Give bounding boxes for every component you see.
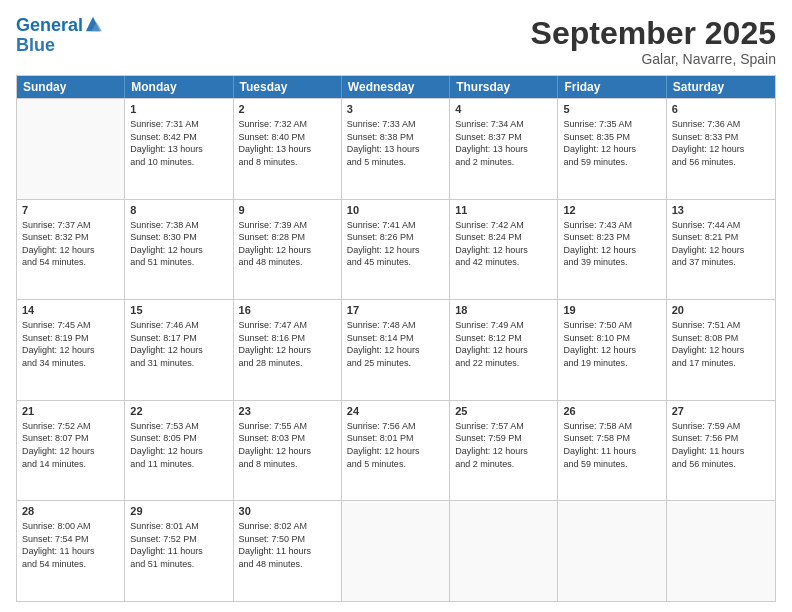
cell-info: Sunrise: 7:55 AM Sunset: 8:03 PM Dayligh… [239,420,336,470]
cell-w4-d5: 25Sunrise: 7:57 AM Sunset: 7:59 PM Dayli… [450,401,558,501]
cell-w3-d5: 18Sunrise: 7:49 AM Sunset: 8:12 PM Dayli… [450,300,558,400]
header-thursday: Thursday [450,76,558,98]
cell-w1-d1 [17,99,125,199]
day-number: 30 [239,504,336,519]
cell-w1-d2: 1Sunrise: 7:31 AM Sunset: 8:42 PM Daylig… [125,99,233,199]
calendar: Sunday Monday Tuesday Wednesday Thursday… [16,75,776,602]
day-number: 12 [563,203,660,218]
cell-info: Sunrise: 7:50 AM Sunset: 8:10 PM Dayligh… [563,319,660,369]
cell-info: Sunrise: 8:00 AM Sunset: 7:54 PM Dayligh… [22,520,119,570]
cell-info: Sunrise: 7:43 AM Sunset: 8:23 PM Dayligh… [563,219,660,269]
cell-w1-d7: 6Sunrise: 7:36 AM Sunset: 8:33 PM Daylig… [667,99,775,199]
day-number: 26 [563,404,660,419]
cell-info: Sunrise: 7:52 AM Sunset: 8:07 PM Dayligh… [22,420,119,470]
day-number: 6 [672,102,770,117]
cell-w2-d1: 7Sunrise: 7:37 AM Sunset: 8:32 PM Daylig… [17,200,125,300]
cell-info: Sunrise: 7:49 AM Sunset: 8:12 PM Dayligh… [455,319,552,369]
cell-w4-d6: 26Sunrise: 7:58 AM Sunset: 7:58 PM Dayli… [558,401,666,501]
cell-w5-d2: 29Sunrise: 8:01 AM Sunset: 7:52 PM Dayli… [125,501,233,601]
cell-info: Sunrise: 7:45 AM Sunset: 8:19 PM Dayligh… [22,319,119,369]
day-number: 13 [672,203,770,218]
cell-info: Sunrise: 7:53 AM Sunset: 8:05 PM Dayligh… [130,420,227,470]
day-number: 17 [347,303,444,318]
day-number: 11 [455,203,552,218]
cell-w2-d7: 13Sunrise: 7:44 AM Sunset: 8:21 PM Dayli… [667,200,775,300]
cell-info: Sunrise: 7:42 AM Sunset: 8:24 PM Dayligh… [455,219,552,269]
cell-w2-d4: 10Sunrise: 7:41 AM Sunset: 8:26 PM Dayli… [342,200,450,300]
week-row-5: 28Sunrise: 8:00 AM Sunset: 7:54 PM Dayli… [17,500,775,601]
cell-w2-d6: 12Sunrise: 7:43 AM Sunset: 8:23 PM Dayli… [558,200,666,300]
day-number: 22 [130,404,227,419]
cell-w4-d3: 23Sunrise: 7:55 AM Sunset: 8:03 PM Dayli… [234,401,342,501]
cell-w5-d4 [342,501,450,601]
cell-w3-d6: 19Sunrise: 7:50 AM Sunset: 8:10 PM Dayli… [558,300,666,400]
cell-info: Sunrise: 8:02 AM Sunset: 7:50 PM Dayligh… [239,520,336,570]
cell-w1-d3: 2Sunrise: 7:32 AM Sunset: 8:40 PM Daylig… [234,99,342,199]
cell-w5-d6 [558,501,666,601]
cell-w3-d1: 14Sunrise: 7:45 AM Sunset: 8:19 PM Dayli… [17,300,125,400]
cell-w3-d4: 17Sunrise: 7:48 AM Sunset: 8:14 PM Dayli… [342,300,450,400]
calendar-body: 1Sunrise: 7:31 AM Sunset: 8:42 PM Daylig… [17,98,775,601]
cell-info: Sunrise: 7:57 AM Sunset: 7:59 PM Dayligh… [455,420,552,470]
cell-w2-d3: 9Sunrise: 7:39 AM Sunset: 8:28 PM Daylig… [234,200,342,300]
logo: General Blue [16,16,102,56]
day-number: 21 [22,404,119,419]
week-row-3: 14Sunrise: 7:45 AM Sunset: 8:19 PM Dayli… [17,299,775,400]
cell-w4-d1: 21Sunrise: 7:52 AM Sunset: 8:07 PM Dayli… [17,401,125,501]
cell-info: Sunrise: 7:32 AM Sunset: 8:40 PM Dayligh… [239,118,336,168]
cell-info: Sunrise: 7:35 AM Sunset: 8:35 PM Dayligh… [563,118,660,168]
header-wednesday: Wednesday [342,76,450,98]
day-number: 4 [455,102,552,117]
day-number: 24 [347,404,444,419]
header-saturday: Saturday [667,76,775,98]
header-sunday: Sunday [17,76,125,98]
cell-w1-d6: 5Sunrise: 7:35 AM Sunset: 8:35 PM Daylig… [558,99,666,199]
day-number: 18 [455,303,552,318]
cell-info: Sunrise: 7:36 AM Sunset: 8:33 PM Dayligh… [672,118,770,168]
day-number: 20 [672,303,770,318]
subtitle: Galar, Navarre, Spain [531,51,776,67]
cell-info: Sunrise: 7:51 AM Sunset: 8:08 PM Dayligh… [672,319,770,369]
cell-info: Sunrise: 7:34 AM Sunset: 8:37 PM Dayligh… [455,118,552,168]
week-row-4: 21Sunrise: 7:52 AM Sunset: 8:07 PM Dayli… [17,400,775,501]
cell-w5-d1: 28Sunrise: 8:00 AM Sunset: 7:54 PM Dayli… [17,501,125,601]
header-tuesday: Tuesday [234,76,342,98]
day-number: 23 [239,404,336,419]
cell-w3-d3: 16Sunrise: 7:47 AM Sunset: 8:16 PM Dayli… [234,300,342,400]
day-number: 16 [239,303,336,318]
cell-info: Sunrise: 7:38 AM Sunset: 8:30 PM Dayligh… [130,219,227,269]
cell-w1-d4: 3Sunrise: 7:33 AM Sunset: 8:38 PM Daylig… [342,99,450,199]
cell-info: Sunrise: 7:58 AM Sunset: 7:58 PM Dayligh… [563,420,660,470]
header: General Blue September 2025 Galar, Navar… [16,16,776,67]
cell-info: Sunrise: 7:31 AM Sunset: 8:42 PM Dayligh… [130,118,227,168]
day-number: 1 [130,102,227,117]
week-row-2: 7Sunrise: 7:37 AM Sunset: 8:32 PM Daylig… [17,199,775,300]
cell-w4-d7: 27Sunrise: 7:59 AM Sunset: 7:56 PM Dayli… [667,401,775,501]
cell-info: Sunrise: 7:37 AM Sunset: 8:32 PM Dayligh… [22,219,119,269]
title-area: September 2025 Galar, Navarre, Spain [531,16,776,67]
cell-w2-d2: 8Sunrise: 7:38 AM Sunset: 8:30 PM Daylig… [125,200,233,300]
cell-info: Sunrise: 8:01 AM Sunset: 7:52 PM Dayligh… [130,520,227,570]
logo-icon [84,15,102,33]
cell-info: Sunrise: 7:47 AM Sunset: 8:16 PM Dayligh… [239,319,336,369]
cell-info: Sunrise: 7:33 AM Sunset: 8:38 PM Dayligh… [347,118,444,168]
cell-w3-d2: 15Sunrise: 7:46 AM Sunset: 8:17 PM Dayli… [125,300,233,400]
day-number: 3 [347,102,444,117]
day-number: 2 [239,102,336,117]
cell-w5-d7 [667,501,775,601]
day-number: 27 [672,404,770,419]
logo-text-line2: Blue [16,36,102,56]
week-row-1: 1Sunrise: 7:31 AM Sunset: 8:42 PM Daylig… [17,98,775,199]
header-monday: Monday [125,76,233,98]
cell-info: Sunrise: 7:56 AM Sunset: 8:01 PM Dayligh… [347,420,444,470]
day-number: 19 [563,303,660,318]
cell-w4-d2: 22Sunrise: 7:53 AM Sunset: 8:05 PM Dayli… [125,401,233,501]
page: General Blue September 2025 Galar, Navar… [0,0,792,612]
cell-info: Sunrise: 7:46 AM Sunset: 8:17 PM Dayligh… [130,319,227,369]
month-title: September 2025 [531,16,776,51]
cell-w1-d5: 4Sunrise: 7:34 AM Sunset: 8:37 PM Daylig… [450,99,558,199]
cell-info: Sunrise: 7:41 AM Sunset: 8:26 PM Dayligh… [347,219,444,269]
day-number: 28 [22,504,119,519]
cell-w4-d4: 24Sunrise: 7:56 AM Sunset: 8:01 PM Dayli… [342,401,450,501]
day-number: 8 [130,203,227,218]
